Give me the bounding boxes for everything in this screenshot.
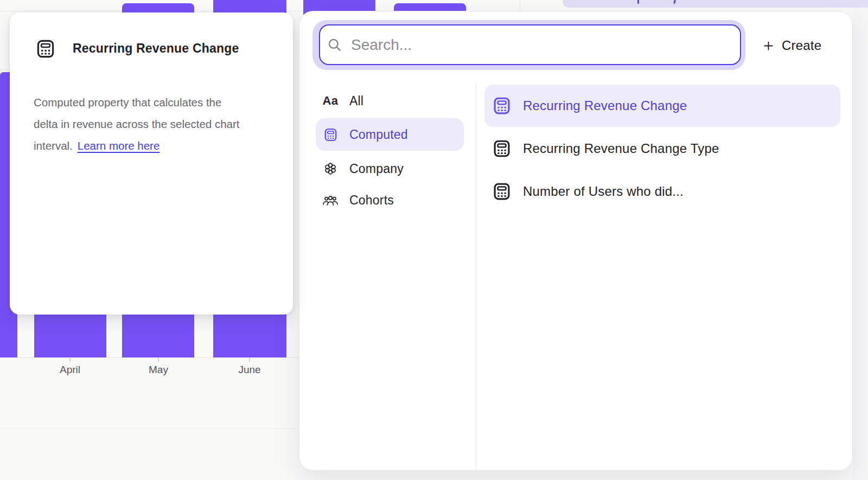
result-label: Recurring Revenue Change	[523, 98, 687, 113]
learn-more-link[interactable]: Learn more here	[78, 139, 160, 152]
tooltip-description-line1: Computed property that calculates the	[34, 96, 221, 108]
pill-text-fragment	[637, 0, 639, 4]
category-all-label: All	[349, 94, 363, 108]
x-axis-line	[0, 357, 299, 358]
category-cohorts[interactable]: Cohorts	[316, 187, 464, 214]
chart-config-pill-clipped[interactable]	[563, 0, 868, 8]
axis-label-april: April	[60, 364, 80, 376]
search-icon	[327, 37, 342, 52]
result-label: Recurring Revenue Change Type	[523, 141, 719, 156]
axis-label-may: May	[149, 364, 168, 376]
text-type-icon: Aa	[322, 94, 339, 108]
result-recurring-revenue-change[interactable]: Recurring Revenue Change	[484, 85, 840, 127]
property-picker-panel: Create Aa All Computed	[299, 11, 853, 471]
background-right-strip	[853, 0, 868, 480]
create-button[interactable]: Create	[762, 35, 821, 56]
calculator-icon	[492, 96, 512, 116]
calculator-icon	[35, 39, 56, 59]
result-number-of-users-who-did[interactable]: Number of Users who did...	[484, 170, 840, 213]
property-tooltip-card: Recurring Revenue Change Computed proper…	[10, 12, 293, 315]
chart-gridline-left	[0, 69, 10, 70]
axis-tick-june	[249, 357, 250, 362]
category-computed-label: Computed	[349, 127, 408, 142]
calculator-icon	[492, 182, 512, 201]
category-computed[interactable]: Computed	[316, 118, 464, 151]
tooltip-description: Computed property that calculates the de…	[34, 92, 275, 157]
calculator-icon	[322, 127, 339, 142]
axis-tick-april	[69, 357, 71, 362]
search-focus-ring	[312, 20, 745, 70]
company-cluster-icon	[322, 161, 339, 176]
category-all[interactable]: Aa All	[316, 87, 464, 114]
axis-tick-may	[158, 357, 159, 362]
axis-label-june: June	[238, 364, 260, 376]
plus-icon	[762, 40, 775, 52]
category-cohorts-label: Cohorts	[349, 193, 394, 208]
result-label: Number of Users who did...	[523, 184, 684, 199]
tooltip-description-line2: delta in revenue across the selected cha…	[34, 118, 239, 130]
calculator-icon	[492, 139, 512, 158]
chart-bottom-divider	[0, 428, 299, 429]
pill-text-fragment	[673, 0, 676, 4]
search-input[interactable]	[351, 36, 730, 54]
category-company-label: Company	[349, 162, 404, 176]
create-button-label: Create	[782, 38, 821, 53]
result-recurring-revenue-change-type[interactable]: Recurring Revenue Change Type	[484, 127, 840, 170]
category-company[interactable]: Company	[316, 155, 464, 182]
chart-vertical-divider	[520, 0, 520, 11]
tooltip-description-line3: interval.	[34, 139, 73, 152]
panel-column-divider	[476, 84, 476, 470]
search-field[interactable]	[319, 24, 741, 65]
tooltip-title: Recurring Revenue Change	[73, 41, 239, 56]
screen: April May June Recurring Revenue Change …	[0, 0, 868, 480]
cohorts-people-icon	[322, 194, 339, 207]
